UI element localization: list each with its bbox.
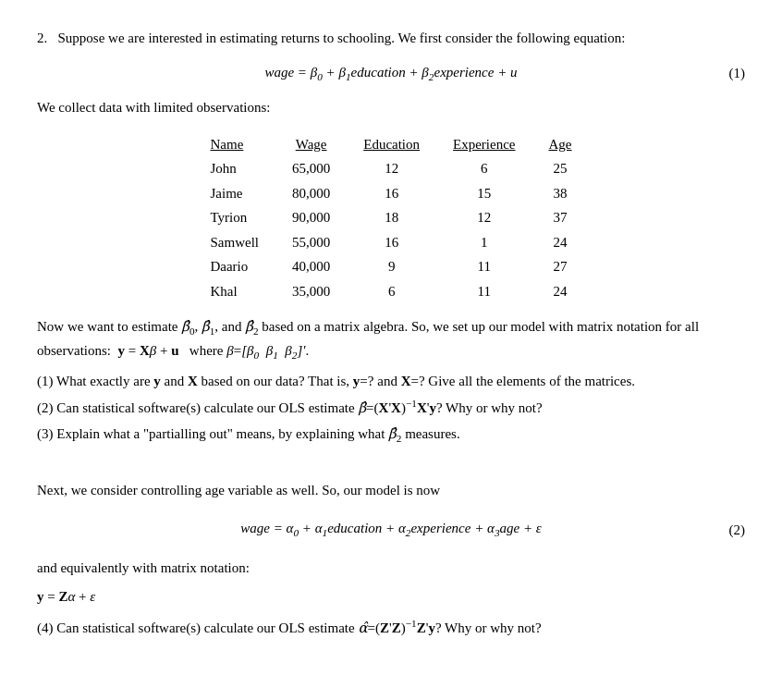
table-cell: John (193, 156, 275, 181)
table-cell: 11 (436, 279, 532, 304)
question-number: 2. (37, 31, 47, 45)
table-cell: 15 (436, 181, 532, 206)
table-cell: 55,000 (275, 230, 347, 255)
matrix-equation: y = Zα + ε (37, 586, 745, 608)
sub-question-4: (4) Can statistical software(s) calculat… (37, 616, 745, 639)
col-header-age: Age (532, 132, 589, 157)
table-row: Samwell55,00016124 (193, 230, 588, 255)
table-row: Tyrion90,000181237 (193, 205, 588, 230)
data-table: Name Wage Education Experience Age John6… (193, 132, 588, 304)
table-cell: Daario (193, 254, 275, 279)
table-cell: 25 (532, 156, 589, 181)
table-cell: Khal (193, 279, 275, 304)
matrix-intro-paragraph: Now we want to estimate β̂0, β̂1, and β̂… (37, 316, 745, 363)
sub-question-3: (3) Explain what a "partialling out" mea… (37, 424, 745, 447)
table-cell: 1 (436, 230, 532, 255)
equation1-content: wage = β0 + β1education + β2experience +… (264, 65, 517, 80)
table-cell: 6 (436, 156, 532, 181)
table-header-row: Name Wage Education Experience Age (193, 132, 588, 157)
sub-question-1: (1) What exactly are y and X based on ou… (37, 371, 745, 392)
table-cell: 24 (532, 230, 589, 255)
table-cell: 12 (347, 156, 436, 181)
table-cell: 24 (532, 279, 589, 304)
equiv-paragraph: and equivalently with matrix notation: (37, 558, 745, 579)
table-body: John65,00012625Jaime80,000161538Tyrion90… (193, 156, 588, 303)
table-cell: 40,000 (275, 254, 347, 279)
equation2-content: wage = α0 + α1education + α2experience +… (240, 521, 542, 535)
table-cell: 6 (347, 279, 436, 304)
table-cell: 65,000 (275, 156, 347, 181)
table-row: Jaime80,000161538 (193, 181, 588, 206)
table-row: Daario40,00091127 (193, 254, 588, 279)
next-paragraph: Next, we consider controlling age variab… (37, 480, 745, 501)
table-cell: 11 (436, 254, 532, 279)
col-header-wage: Wage (275, 132, 347, 157)
table-cell: 80,000 (275, 181, 347, 206)
equation1: wage = β0 + β1education + β2experience +… (37, 62, 745, 85)
table-cell: 37 (532, 205, 589, 230)
data-table-wrapper: Name Wage Education Experience Age John6… (37, 132, 745, 304)
table-cell: 35,000 (275, 279, 347, 304)
sub-question-2: (2) Can statistical software(s) calculat… (37, 396, 745, 419)
col-header-education: Education (347, 132, 436, 157)
question-intro: Suppose we are interested in estimating … (58, 31, 626, 45)
table-row: John65,00012625 (193, 156, 588, 181)
table-cell: 27 (532, 254, 589, 279)
table-cell: 90,000 (275, 205, 347, 230)
equation1-number: (1) (729, 63, 746, 84)
equation2-number: (2) (729, 519, 746, 540)
table-cell: 18 (347, 205, 436, 230)
table-cell: Jaime (193, 181, 275, 206)
table-cell: 16 (347, 230, 436, 255)
col-header-name: Name (193, 132, 275, 157)
table-cell: 16 (347, 181, 436, 206)
table-cell: 38 (532, 181, 589, 206)
equation2: wage = α0 + α1education + α2experience +… (37, 518, 745, 541)
data-intro: We collect data with limited observation… (37, 97, 745, 118)
question-block: 2. Suppose we are interested in estimati… (37, 28, 745, 639)
table-cell: Tyrion (193, 205, 275, 230)
question-header: 2. Suppose we are interested in estimati… (37, 28, 745, 49)
table-row: Khal35,00061124 (193, 279, 588, 304)
table-cell: 12 (436, 205, 532, 230)
col-header-experience: Experience (436, 132, 532, 157)
table-cell: Samwell (193, 230, 275, 255)
table-cell: 9 (347, 254, 436, 279)
